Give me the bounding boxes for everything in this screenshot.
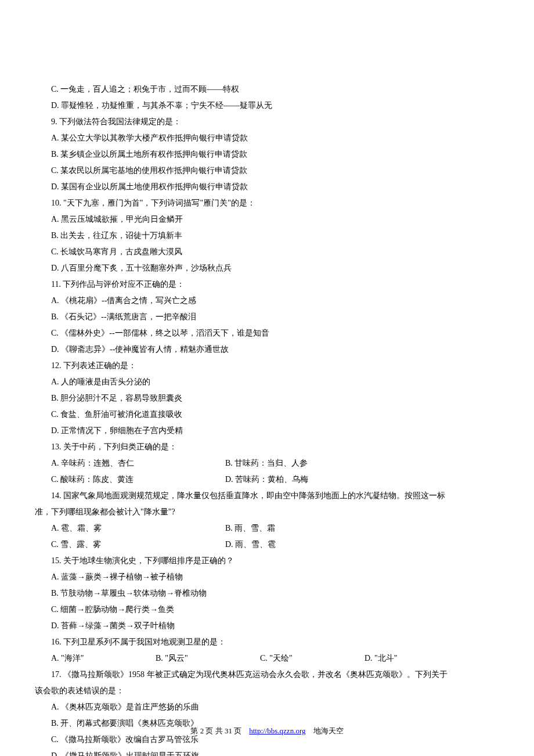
question-stem: 9. 下列做法符合我国法律规定的是：	[35, 114, 499, 130]
option-d: D. 苦味药：黄柏、乌梅	[209, 471, 383, 488]
option-a: A. 某公立大学以其教学大楼产权作抵押向银行申请贷款	[35, 130, 499, 146]
question-17: 17. 《撒马拉斯颂歌》1958 年被正式确定为现代奥林匹克运动会永久会歌，并改…	[35, 667, 499, 756]
option-a: A. 蓝藻→蕨类→裸子植物→被子植物	[35, 569, 499, 585]
question-14: 14. 国家气象局地面观测规范规定，降水量仅包括垂直降水，即由空中降落到地面上的…	[35, 488, 499, 553]
option-c: C. 一兔走，百人追之；积兔于市，过而不顾——特权	[35, 81, 499, 98]
question-stem-continue: 准，下列哪组现象都会被计入"降水量"?	[35, 504, 499, 520]
question-stem: 17. 《撒马拉斯颂歌》1958 年被正式确定为现代奥林匹克运动会永久会歌，并改…	[35, 667, 499, 683]
option-c: C. 酸味药：陈皮、黄连	[35, 471, 209, 488]
footer-mid: 页 共	[205, 726, 222, 735]
option-row: C. 雪、露、雾 D. 雨、雪、雹	[35, 537, 499, 553]
question-stem: 12. 下列表述正确的是：	[35, 358, 499, 374]
question-stem-continue: 该会歌的表述错误的是：	[35, 683, 499, 699]
page-footer: 第 2 页 共 31 页 http://bbs.qzzn.org 地海天空	[0, 723, 534, 739]
option-d: D. 罪疑惟轻，功疑惟重，与其杀不辜；宁失不经——疑罪从无	[35, 98, 499, 114]
option-c: C. 某农民以所属宅基地的使用权作抵押向银行申请贷款	[35, 163, 499, 179]
option-a: A. 辛味药：连翘、杏仁	[35, 455, 209, 471]
option-c: C. 长城饮马寒宵月，古戍盘雕大漠风	[35, 244, 499, 260]
option-row: A. "海洋" B. "风云" C. "天绘" D. "北斗"	[35, 650, 499, 667]
option-a: A. 《奥林匹克颂歌》是首庄严悠扬的乐曲	[35, 699, 499, 715]
option-a: A. 《桃花扇》--借离合之情，写兴亡之感	[35, 293, 499, 309]
footer-suffix: 页	[234, 726, 241, 735]
question-stem: 10. "天下九塞，雁门为首"，下列诗词描写"雁门关"的是：	[35, 195, 499, 211]
option-d: D. 《撒马拉斯颂歌》出现时间早于五环旗	[35, 748, 499, 756]
question-stem: 15. 关于地球生物演化史，下列哪组排序是正确的？	[35, 553, 499, 569]
option-row: C. 酸味药：陈皮、黄连 D. 苦味药：黄柏、乌梅	[35, 471, 499, 488]
option-d: D. 《聊斋志异》--使神魔皆有人情，精魅亦通世故	[35, 341, 499, 358]
option-b: B. 出关去，往辽东，诏徒十万填新丰	[35, 228, 499, 244]
option-a: A. "海洋"	[35, 650, 139, 667]
option-b: B. "风云"	[139, 650, 244, 667]
question-13: 13. 关于中药，下列归类正确的是： A. 辛味药：连翘、杏仁 B. 甘味药：当…	[35, 439, 499, 488]
option-d: D. 八百里分麾下炙，五十弦翻塞外声，沙场秋点兵	[35, 260, 499, 276]
option-c: C. 食盐、鱼肝油可被消化道直接吸收	[35, 406, 499, 423]
question-10: 10. "天下九塞，雁门为首"，下列诗词描写"雁门关"的是： A. 黑云压城城欲…	[35, 195, 499, 276]
orphan-options: C. 一兔走，百人追之；积兔于市，过而不顾——特权 D. 罪疑惟轻，功疑惟重，与…	[35, 81, 499, 114]
option-c: C. 雪、露、雾	[35, 537, 209, 553]
option-d: D. 雨、雪、雹	[209, 537, 383, 553]
option-b: B. 甘味药：当归、人参	[209, 455, 383, 471]
option-b: B. 胆分泌胆汁不足，容易导致胆囊炎	[35, 390, 499, 406]
question-stem: 14. 国家气象局地面观测规范规定，降水量仅包括垂直降水，即由空中降落到地面上的…	[35, 488, 499, 504]
question-11: 11. 下列作品与评价对应不正确的是： A. 《桃花扇》--借离合之情，写兴亡之…	[35, 276, 499, 358]
option-b: B. 雨、雪、霜	[209, 520, 383, 537]
option-row: A. 辛味药：连翘、杏仁 B. 甘味药：当归、人参	[35, 455, 499, 471]
option-b: B. 某乡镇企业以所属土地所有权作抵押向银行申请贷款	[35, 146, 499, 163]
option-c: C. 《儒林外史》--一部儒林，终之以琴，滔滔天下，谁是知音	[35, 325, 499, 341]
option-d: D. 苔藓→绿藻→菌类→双子叶植物	[35, 618, 499, 634]
footer-link[interactable]: http://bbs.qzzn.org	[249, 726, 305, 735]
question-stem: 11. 下列作品与评价对应不正确的是：	[35, 276, 499, 293]
option-a: A. 雹、霜、雾	[35, 520, 209, 537]
option-a: A. 人的唾液是由舌头分泌的	[35, 374, 499, 390]
option-c: C. 细菌→腔肠动物→爬行类→鱼类	[35, 602, 499, 618]
footer-prefix: 第	[190, 726, 198, 735]
option-d: D. 某国有企业以所属土地使用权作抵押向银行申请贷款	[35, 179, 499, 195]
option-d: D. 正常情况下，卵细胞在子宫内受精	[35, 423, 499, 439]
question-stem: 16. 下列卫星系列不属于我国对地观测卫星的是：	[35, 634, 499, 650]
question-15: 15. 关于地球生物演化史，下列哪组排序是正确的？ A. 蓝藻→蕨类→裸子植物→…	[35, 553, 499, 634]
option-c: C. "天绘"	[244, 650, 348, 667]
option-a: A. 黑云压城城欲摧，甲光向日金鳞开	[35, 211, 499, 228]
question-12: 12. 下列表述正确的是： A. 人的唾液是由舌头分泌的 B. 胆分泌胆汁不足，…	[35, 358, 499, 439]
option-b: B. 节肢动物→草履虫→软体动物→脊椎动物	[35, 585, 499, 602]
question-9: 9. 下列做法符合我国法律规定的是： A. 某公立大学以其教学大楼产权作抵押向银…	[35, 114, 499, 195]
footer-total-pages: 31	[225, 726, 232, 735]
question-stem: 13. 关于中药，下列归类正确的是：	[35, 439, 499, 455]
footer-current-page: 2	[200, 726, 204, 735]
option-row: A. 雹、霜、雾 B. 雨、雪、霜	[35, 520, 499, 537]
option-b: B. 《石头记》--满纸荒唐言，一把辛酸泪	[35, 309, 499, 325]
footer-site-name: 地海天空	[313, 726, 344, 735]
option-d: D. "北斗"	[348, 650, 453, 667]
question-16: 16. 下列卫星系列不属于我国对地观测卫星的是： A. "海洋" B. "风云"…	[35, 634, 499, 667]
